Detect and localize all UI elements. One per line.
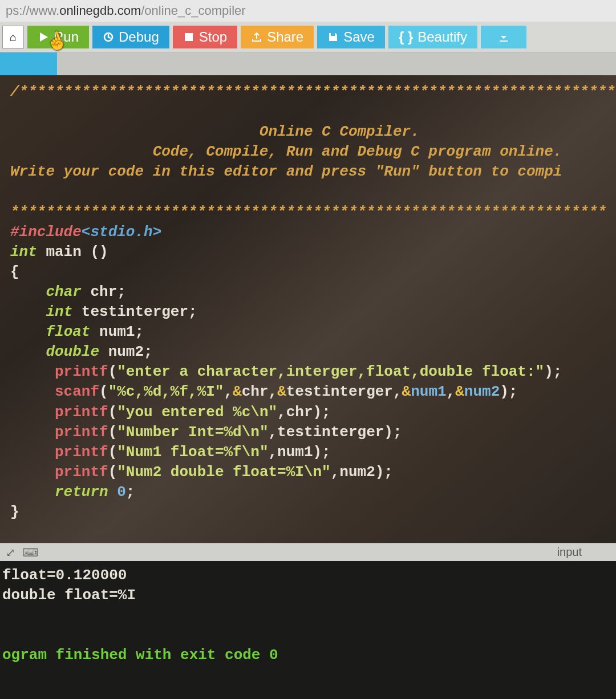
code-token: "%c,%d,%f,%I" <box>108 383 224 400</box>
code-token: main () <box>37 243 108 261</box>
input-label[interactable]: input <box>557 546 582 559</box>
code-token: { <box>10 263 19 281</box>
code-token: #include <box>10 223 82 241</box>
code-token: "Number Int=%d\n" <box>117 424 268 441</box>
comment-line: Online C Compiler. <box>10 123 420 140</box>
file-tab[interactable] <box>0 52 57 75</box>
code-token: int <box>46 303 72 320</box>
code-token: "Num2 double float=%I\n" <box>117 464 330 481</box>
save-label: Save <box>343 29 375 45</box>
code-token: & <box>233 383 242 400</box>
code-token: , <box>447 383 456 400</box>
comment-line: Code, Compile, Run and Debug C program o… <box>10 143 562 160</box>
console-line: float=0.120000 <box>2 567 127 584</box>
debug-icon <box>103 31 114 43</box>
code-token: ( <box>108 444 117 461</box>
code-token: chr; <box>82 283 126 300</box>
comment-line: Write your code in this editor and press… <box>10 163 562 180</box>
code-token: ,num2); <box>331 464 393 481</box>
svg-rect-1 <box>185 33 193 41</box>
code-token: chr <box>242 383 269 400</box>
code-token: ,chr); <box>277 404 331 421</box>
code-token: ; <box>126 483 135 501</box>
stop-label: Stop <box>199 29 227 45</box>
status-bar: ⤢ ⌨ input <box>0 543 616 561</box>
url-prefix: ps://www. <box>6 3 59 18</box>
code-token: scanf <box>55 383 99 400</box>
output-console[interactable]: float=0.120000 double float=%I ogram fin… <box>0 561 616 699</box>
debug-button[interactable]: Debug <box>92 26 169 48</box>
share-icon <box>251 31 262 43</box>
code-token: printf <box>55 464 108 481</box>
beautify-button[interactable]: { } Beautify <box>388 26 477 48</box>
url-host: onlinegdb.com <box>59 3 141 18</box>
code-token: int <box>10 243 37 261</box>
code-token: <stdio.h> <box>82 223 161 241</box>
save-icon <box>327 31 339 43</box>
home-icon: ⌂ <box>10 31 17 44</box>
code-token: ,num1); <box>269 444 331 461</box>
code-token: testinterger <box>286 383 393 400</box>
code-token: & <box>277 383 286 400</box>
comment-line: /***************************************… <box>10 83 615 100</box>
code-token: "Num1 float=%f\n" <box>117 444 268 461</box>
play-icon <box>38 31 49 43</box>
code-token: ( <box>108 424 117 441</box>
code-token: printf <box>55 424 108 441</box>
comment-line: ****************************************… <box>10 204 606 221</box>
code-token: double <box>46 343 99 360</box>
toolbar: ⌂ Run Debug Stop Share Save { } Beautify <box>0 22 616 52</box>
code-token: & <box>402 383 411 400</box>
code-token: num1; <box>90 323 144 340</box>
code-token: , <box>224 383 233 400</box>
code-token: float <box>46 323 90 340</box>
beautify-label: Beautify <box>418 29 467 45</box>
stop-icon <box>183 31 194 43</box>
code-token: , <box>269 383 278 400</box>
code-token: num2 <box>464 383 500 400</box>
code-token: ); <box>500 383 517 400</box>
code-token: return <box>55 483 108 501</box>
run-label: Run <box>54 29 79 45</box>
tab-bar <box>0 52 616 75</box>
code-token: char <box>46 283 81 300</box>
code-token: num1 <box>411 383 446 400</box>
code-token: ( <box>108 464 117 481</box>
download-button[interactable] <box>481 26 526 48</box>
debug-label: Debug <box>119 29 159 45</box>
code-token: printf <box>55 444 108 461</box>
save-button[interactable]: Save <box>317 26 385 48</box>
code-token: ); <box>544 363 562 380</box>
stop-button[interactable]: Stop <box>173 26 237 48</box>
share-button[interactable]: Share <box>241 26 314 48</box>
terminal-icon[interactable]: ⌨ <box>22 546 39 559</box>
code-token: ( <box>108 404 117 421</box>
console-line: double float=%I <box>2 587 136 604</box>
code-token: printf <box>55 404 108 421</box>
code-token: "enter a character,interger,float,double… <box>117 363 544 380</box>
run-button[interactable]: Run <box>27 26 89 48</box>
braces-icon: { } <box>399 29 413 45</box>
address-bar[interactable]: ps://www.onlinegdb.com/online_c_compiler <box>0 0 616 22</box>
share-label: Share <box>267 29 303 45</box>
code-token: , <box>393 383 402 400</box>
code-token: ( <box>108 363 117 380</box>
download-icon <box>498 31 509 43</box>
console-exit-line: ogram finished with exit code 0 <box>2 647 278 664</box>
code-token: ( <box>99 383 108 400</box>
code-editor[interactable]: /***************************************… <box>0 75 616 543</box>
home-button[interactable]: ⌂ <box>2 26 24 48</box>
code-token: 0 <box>108 483 126 501</box>
code-token: printf <box>55 363 108 380</box>
code-token: ,testinterger); <box>269 424 402 441</box>
resize-icon[interactable]: ⤢ <box>6 546 15 559</box>
code-token: & <box>455 383 464 400</box>
code-token: } <box>10 503 19 521</box>
code-token: "you entered %c\n" <box>117 404 277 421</box>
code-token: num2; <box>99 343 153 360</box>
url-path: /online_c_compiler <box>141 3 245 18</box>
code-token: testinterger; <box>72 303 197 320</box>
